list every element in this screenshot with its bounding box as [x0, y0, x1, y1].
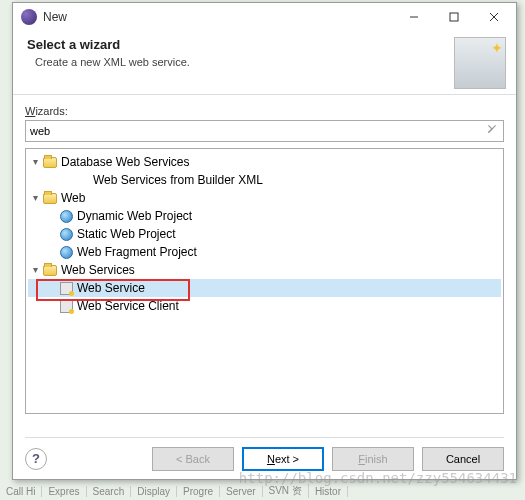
tree-label: Web Services from Builder XML [93, 171, 263, 189]
wizard-filter-input[interactable] [25, 120, 504, 142]
web-service-icon [58, 280, 74, 296]
chevron-down-icon[interactable]: ▾ [28, 189, 42, 207]
back-button[interactable]: < Back [152, 447, 234, 471]
wizard-header: Select a wizard Create a new XML web ser… [13, 31, 516, 95]
globe-icon [58, 244, 74, 260]
window-title: New [43, 10, 394, 24]
web-service-client-icon [58, 298, 74, 314]
maximize-button[interactable] [434, 3, 474, 31]
globe-icon [58, 226, 74, 242]
tree-folder-web-services[interactable]: ▾ Web Services [28, 261, 501, 279]
tree-item-static-web-project[interactable]: · Static Web Project [28, 225, 501, 243]
button-bar: ? < Back Next > Finish Cancel [25, 437, 504, 469]
wizard-banner-icon: ✦ [454, 37, 506, 89]
wizard-title: Select a wizard [27, 37, 190, 52]
wizard-subtitle: Create a new XML web service. [27, 56, 190, 68]
minimize-button[interactable] [394, 3, 434, 31]
help-button[interactable]: ? [25, 448, 47, 470]
tree-item-web-service-client[interactable]: · Web Service Client [28, 297, 501, 315]
new-wizard-dialog: New Select a wizard Create a new XML web… [12, 2, 517, 480]
titlebar: New [13, 3, 516, 31]
tree-folder-database-web-services[interactable]: ▾ Database Web Services [28, 153, 501, 171]
clear-filter-icon[interactable] [486, 123, 500, 137]
tree-item-dynamic-web-project[interactable]: · Dynamic Web Project [28, 207, 501, 225]
tree-folder-web[interactable]: ▾ Web [28, 189, 501, 207]
tree-label: Dynamic Web Project [77, 207, 192, 225]
svg-rect-1 [450, 13, 458, 21]
file-icon [74, 172, 90, 188]
tree-item-web-fragment-project[interactable]: · Web Fragment Project [28, 243, 501, 261]
finish-button[interactable]: Finish [332, 447, 414, 471]
globe-icon [58, 208, 74, 224]
filter-label: Wizards: [25, 105, 504, 117]
tree-label: Web Service [77, 279, 145, 297]
next-button[interactable]: Next > [242, 447, 324, 471]
tree-label: Web [61, 189, 85, 207]
chevron-down-icon[interactable]: ▾ [28, 153, 42, 171]
folder-icon [42, 154, 58, 170]
tree-label: Static Web Project [77, 225, 175, 243]
wizard-tree[interactable]: ▾ Database Web Services · Web Services f… [25, 148, 504, 414]
cancel-button[interactable]: Cancel [422, 447, 504, 471]
chevron-down-icon[interactable]: ▾ [28, 261, 42, 279]
close-button[interactable] [474, 3, 514, 31]
tree-label: Database Web Services [61, 153, 190, 171]
tree-label: Web Fragment Project [77, 243, 197, 261]
folder-icon [42, 190, 58, 206]
folder-icon [42, 262, 58, 278]
eclipse-icon [21, 9, 37, 25]
tree-label: Web Service Client [77, 297, 179, 315]
tree-item-web-services-from-builder-xml[interactable]: · Web Services from Builder XML [28, 171, 501, 189]
background-ide-tabs: Call HiExpresSearchDisplayProgreServerSV… [0, 482, 525, 500]
tree-item-web-service[interactable]: · Web Service [28, 279, 501, 297]
tree-label: Web Services [61, 261, 135, 279]
